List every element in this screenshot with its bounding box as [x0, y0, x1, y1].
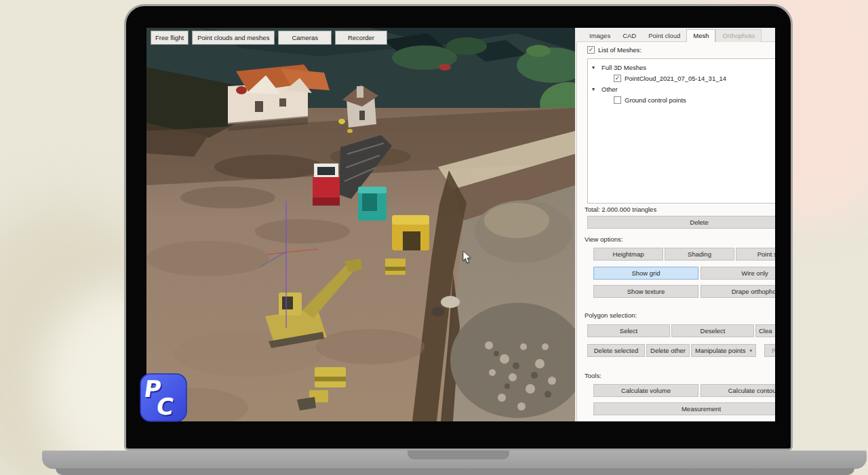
clipped-right-button[interactable]: R	[764, 344, 775, 357]
chevron-down-icon[interactable]: ▾	[592, 86, 598, 92]
tree-item-label: PointCloud_2021_07_05-14_31_14	[625, 75, 726, 82]
tab-images[interactable]: Images	[583, 30, 616, 42]
checkbox-checked-icon[interactable]: ✓	[587, 46, 595, 54]
view-options-label: View options:	[585, 235, 623, 243]
laptop-base-notch	[408, 451, 509, 459]
tree-item-label: Ground control points	[625, 96, 686, 104]
mouse-cursor-icon	[462, 250, 471, 263]
tree-item-pointcloud[interactable]: ✓ PointCloud_2021_07_05-14_31_14	[614, 75, 726, 82]
free-flight-button[interactable]: Free flight	[151, 31, 189, 45]
tree-item-ground-control-points[interactable]: ✓ Ground control points	[614, 96, 686, 104]
panel-tabbar: Images CAD Point cloud Mesh Orthophoto	[583, 28, 762, 42]
tab-orthophoto[interactable]: Orthophoto	[715, 29, 762, 42]
tab-mesh[interactable]: Mesh	[686, 29, 715, 42]
app-window: Free flight Point clouds and meshes Came…	[146, 28, 775, 421]
heightmap-button[interactable]: Heightmap	[593, 248, 663, 261]
point-snap-button[interactable]: Point sna	[736, 248, 775, 261]
point-clouds-and-meshes-button[interactable]: Point clouds and meshes	[192, 31, 275, 45]
tab-cad[interactable]: CAD	[616, 30, 642, 42]
tree-group-full-3d-meshes[interactable]: ▾ Full 3D Meshes	[592, 64, 646, 71]
clear-button[interactable]: Clea	[755, 324, 775, 337]
manipulate-points-button[interactable]: Manipulate points ▾	[691, 344, 756, 357]
recorder-button[interactable]: Recorder	[335, 31, 387, 45]
checkbox-unchecked-icon[interactable]: ✓	[614, 96, 621, 104]
caret-down-icon: ▾	[749, 348, 752, 354]
select-button[interactable]: Select	[587, 324, 670, 337]
polygon-selection-label: Polygon selection:	[585, 311, 637, 319]
mesh-panel: Images CAD Point cloud Mesh Orthophoto ✓…	[575, 28, 775, 421]
calculate-volume-button[interactable]: Calculate volume	[593, 384, 698, 397]
mesh-tree[interactable]: ▾ Full 3D Meshes ✓ PointCloud_2021_07_05…	[587, 58, 775, 204]
delete-selected-button[interactable]: Delete selected	[587, 344, 645, 357]
show-grid-button[interactable]: Show grid	[593, 267, 698, 280]
tree-group-label: Full 3D Meshes	[601, 64, 646, 71]
3d-viewport[interactable]: Free flight Point clouds and meshes Came…	[146, 28, 575, 421]
tree-group-label: Other	[601, 86, 618, 93]
chevron-down-icon[interactable]: ▾	[592, 64, 598, 71]
measurement-button[interactable]: Measurement	[593, 402, 775, 415]
list-of-meshes-checkbox-row[interactable]: ✓ List of Meshes:	[587, 46, 642, 54]
delete-button[interactable]: Delete	[587, 216, 775, 229]
drape-orthophoto-button[interactable]: Drape orthophot	[701, 285, 775, 298]
show-texture-button[interactable]: Show texture	[593, 285, 698, 298]
wire-only-button[interactable]: Wire only	[701, 267, 775, 280]
list-of-meshes-label: List of Meshes:	[598, 46, 642, 54]
laptop-base-lip	[56, 468, 854, 475]
checkbox-checked-icon[interactable]: ✓	[614, 75, 621, 82]
viewport-toolbar: Free flight Point clouds and meshes Came…	[151, 31, 387, 45]
manipulate-points-label: Manipulate points	[695, 347, 745, 354]
calculate-contour-button[interactable]: Calculate contour l	[701, 384, 775, 397]
pointcloud-scene	[146, 28, 575, 421]
cameras-button[interactable]: Cameras	[278, 31, 332, 45]
tree-group-other[interactable]: ▾ Other	[592, 86, 618, 93]
shading-button[interactable]: Shading	[665, 248, 734, 261]
deselect-button[interactable]: Deselect	[671, 324, 754, 337]
tools-label: Tools:	[585, 372, 601, 379]
total-triangles-label: Total: 2.000.000 triangles	[585, 206, 656, 213]
pointcloud-app-logo: P P C C	[140, 373, 187, 423]
delete-other-button[interactable]: Delete other	[646, 344, 690, 357]
tab-point-cloud[interactable]: Point cloud	[642, 30, 686, 42]
